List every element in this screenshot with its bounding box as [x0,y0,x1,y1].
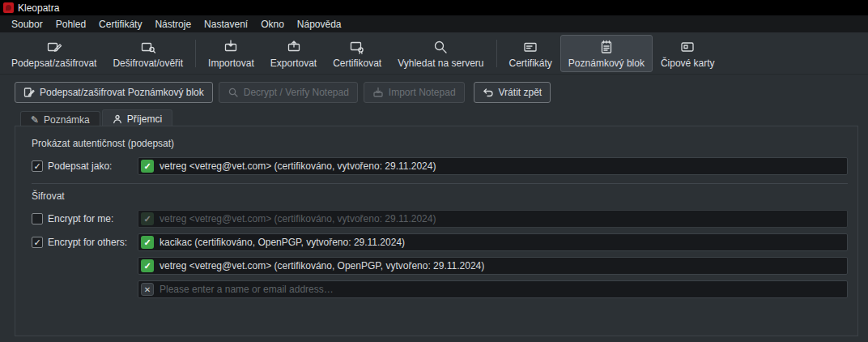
toolbar-import[interactable]: Importovat [200,35,262,72]
smartcard-icon [679,38,696,55]
recipient-certificate-field[interactable]: ✓ vetreg <vetreg@vet.com> (certifikováno… [138,257,848,275]
decrypt-verify-notepad-button[interactable]: Decrypt / Verify Notepad [219,82,358,103]
menu-soubor[interactable]: Soubor [5,17,49,32]
toolbar-label: Exportovat [270,58,317,69]
toolbar-label: Dešifrovat/ověřit [113,58,183,69]
button-label: Vrátit zpět [499,87,542,98]
recipient-address-input[interactable] [160,284,842,295]
sign-notepad-icon [23,87,35,98]
menu-nastroje[interactable]: Nástroje [148,17,198,32]
encrypt-group-title: Šifrovat [32,190,848,202]
import-icon [223,38,239,55]
toolbar-separator [496,40,497,67]
toolbar-decrypt-verify[interactable]: Dešifrovat/ověřit [104,35,191,72]
main-toolbar: Podepsat/zašifrovat Dešifrovat/ověřit Im… [0,32,868,75]
certificate-value: vetreg <vetreg@vet.com> (certifikováno, … [160,260,484,271]
certificate-value: vetreg <vetreg@vet.com> (certifikováno, … [160,160,436,172]
recipient-certificate-field[interactable]: ✓ kacikac (certifikováno, OpenPGP, vytvo… [138,233,848,251]
menubar: Soubor Pohled Certifikáty Nástroje Nasta… [0,15,868,32]
button-label: Podepsat/zašifrovat Poznámkový blok [40,87,204,98]
tab-label: Příjemci [127,113,162,125]
sign-as-checkbox[interactable]: ✓ [32,160,43,172]
button-label: Decrypt / Verify Notepad [244,87,349,98]
toolbar-label: Podepsat/zašifrovat [11,58,96,69]
recipients-pane: Prokázat autentičnost (podepsat) ✓ Podep… [15,126,858,336]
toolbar-certificates[interactable]: Certifikáty [501,35,560,72]
kleopatra-app-icon [3,2,14,13]
import-notepad-button[interactable]: Import Notepad [364,82,465,103]
notepad-actionbar: Podepsat/zašifrovat Poznámkový blok Decr… [0,75,868,109]
certificate-ok-icon: ✓ [141,259,154,272]
encrypt-for-me-certificate-field[interactable]: ✓ vetreg <vetreg@vet.com> (certifikováno… [138,210,848,228]
undo-icon [483,87,494,98]
toolbar-separator [195,40,196,67]
check-mark: ✓ [33,162,40,171]
sign-encrypt-notepad-button[interactable]: Podepsat/zašifrovat Poznámkový blok [15,82,213,103]
revert-button[interactable]: Vrátit zpět [474,82,551,103]
certificates-icon [522,38,538,55]
sign-encrypt-icon [46,38,62,55]
menu-napoveda[interactable]: Nápověda [291,17,348,32]
toolbar-certify[interactable]: Certifikovat [325,35,389,72]
toolbar-label: Certifikovat [333,58,381,69]
encrypt-for-me-row: ✓ Encrypt for me: ✓ vetreg <vetreg@vet.c… [32,210,848,228]
kleopatra-window: Kleopatra Soubor Pohled Certifikáty Nást… [0,0,868,342]
button-label: Import Notepad [389,87,456,98]
notepad-icon [598,38,615,55]
certificate-ok-icon: ✓ [141,212,154,225]
certificate-ok-icon: ✓ [141,236,154,249]
sign-group: Prokázat autentičnost (podepsat) ✓ Podep… [32,136,848,175]
menu-okno[interactable]: Okno [254,17,291,32]
menu-nastaveni[interactable]: Nastavení [198,17,254,32]
sign-group-title: Prokázat autentičnost (podepsat) [32,138,848,149]
sign-as-label: Podepsat jako: [48,160,112,172]
window-title: Kleopatra [18,2,59,14]
encrypt-for-me-label: Encrypt for me: [48,213,113,224]
sign-as-certificate-field[interactable]: ✓ vetreg <vetreg@vet.com> (certifikováno… [138,157,848,175]
toolbar-label: Importovat [208,58,254,69]
lookup-server-icon [432,38,449,55]
sign-as-row: ✓ Podepsat jako: ✓ vetreg <vetreg@vet.co… [32,157,848,175]
new-recipient-field[interactable]: ✕ [138,280,848,298]
certificate-ok-icon: ✓ [141,160,154,173]
check-mark: ✓ [33,238,40,247]
toolbar-sign-encrypt[interactable]: Podepsat/zašifrovat [3,35,104,72]
toolbar-export[interactable]: Exportovat [262,35,325,72]
toolbar-label: Vyhledat na serveru [398,58,483,69]
person-icon [113,114,122,124]
titlebar: Kleopatra [0,0,868,15]
encrypt-for-others-row: ✓ Encrypt for others: ✓ kacikac (certifi… [32,233,848,251]
toolbar-smartcards[interactable]: Čipové karty [653,35,723,72]
toolbar-lookup-server[interactable]: Vyhledat na serveru [389,35,491,72]
certify-icon [349,38,365,55]
toolbar-label: Certifikáty [509,58,552,69]
toolbar-label: Poznámkový blok [568,58,645,69]
encrypt-for-others-checkbox[interactable]: ✓ [32,237,43,248]
no-certificate-icon: ✕ [141,283,154,296]
encrypt-group: Šifrovat ✓ Encrypt for me: ✓ vetreg <vet… [32,183,848,298]
tab-label: Poznámka [44,114,90,126]
recipient-row: ✓ vetreg <vetreg@vet.com> (certifikováno… [32,257,848,275]
encrypt-for-me-checkbox[interactable]: ✓ [32,213,43,224]
menu-pohled[interactable]: Pohled [49,17,92,32]
encrypt-for-others-label: Encrypt for others: [48,237,127,248]
certificate-value: vetreg <vetreg@vet.com> (certifikováno, … [160,213,436,224]
toolbar-label: Čipové karty [661,58,715,69]
decrypt-notepad-icon [228,87,239,98]
toolbar-notepad[interactable]: Poznámkový blok [560,35,653,72]
decrypt-verify-icon [140,38,156,55]
menu-certifikaty[interactable]: Certifikáty [92,17,148,32]
import-notepad-icon [372,87,384,98]
export-icon [286,38,302,55]
new-recipient-row: ✕ [32,280,848,298]
certificate-value: kacikac (certifikováno, OpenPGP, vytvoře… [160,237,405,248]
pencil-icon: ✎ [31,114,39,126]
